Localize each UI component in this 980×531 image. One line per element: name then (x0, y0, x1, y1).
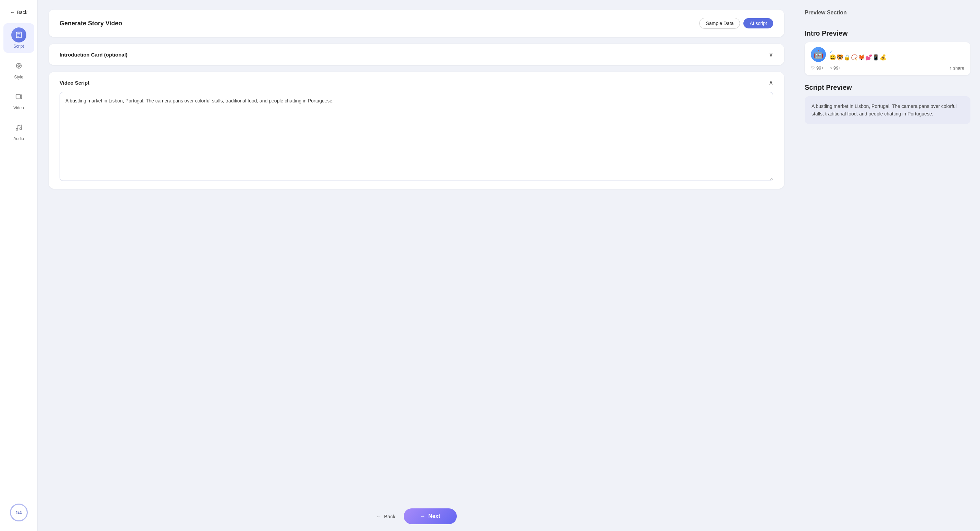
share-icon: ↑ (950, 65, 952, 70)
chevron-up-icon: ∧ (769, 79, 773, 86)
sidebar-nav: Script Style (0, 23, 37, 145)
intro-preview-title: Intro Preview (805, 29, 970, 37)
sidebar-item-video-label: Video (13, 105, 24, 110)
style-icon-circle (11, 58, 26, 73)
progress-badge: 1/4 (10, 504, 28, 521)
user-info: ✔ 😀🐯🔒📿🦊💕📱💰 (829, 49, 887, 61)
header-card: Generate Story Video Sample Data AI scri… (49, 10, 784, 37)
share-button[interactable]: ↑ share (950, 65, 964, 70)
video-script-title: Video Script (60, 80, 89, 86)
sidebar-item-style[interactable]: Style (3, 54, 34, 84)
intro-section-title: Introduction Card (optional) (60, 52, 127, 57)
script-preview-card: A bustling market in Lisbon, Portugal. T… (805, 96, 970, 124)
script-header: Video Script ∧ (60, 79, 773, 86)
heart-icon: ♡ (811, 65, 815, 70)
nav-back-arrow-icon: ← (376, 513, 381, 519)
card-header: Generate Story Video Sample Data AI scri… (60, 18, 773, 29)
script-preview-title: Script Preview (805, 84, 970, 91)
audio-icon-circle (11, 120, 26, 135)
back-arrow-icon: ← (10, 10, 15, 15)
preview-actions: ♡ 99+ ○ 99+ ↑ share (811, 65, 964, 70)
sidebar-item-script[interactable]: Script (3, 23, 34, 53)
verified-badge-icon: ✔ (829, 49, 833, 54)
sidebar: ← Back Script (0, 0, 38, 531)
sample-data-button[interactable]: Sample Data (699, 18, 740, 29)
intro-preview-section: Intro Preview 🤖 ✔ 😀🐯🔒📿🦊💕📱💰 ♡ 99+ (805, 29, 970, 75)
intro-card: Introduction Card (optional) ∨ (49, 44, 784, 65)
back-label: Back (17, 10, 27, 15)
comment-icon: ○ (829, 65, 832, 70)
script-icon-circle (11, 27, 26, 43)
preview-user-row: 🤖 ✔ 😀🐯🔒📿🦊💕📱💰 (811, 47, 964, 62)
svg-point-12 (19, 128, 22, 130)
nav-next-label: Next (428, 513, 440, 519)
likes-action: ♡ 99+ (811, 65, 824, 70)
intro-section-header[interactable]: Introduction Card (optional) ∨ (60, 51, 773, 58)
intro-preview-card: 🤖 ✔ 😀🐯🔒📿🦊💕📱💰 ♡ 99+ ○ 99+ (805, 42, 970, 75)
avatar: 🤖 (811, 47, 826, 62)
video-script-textarea[interactable] (60, 92, 773, 181)
sidebar-item-video[interactable]: Video (3, 85, 34, 115)
likes-count: 99+ (816, 65, 824, 70)
nav-back-button[interactable]: ← Back (376, 513, 395, 519)
svg-point-11 (16, 129, 18, 131)
right-panel: Preview Section Intro Preview 🤖 ✔ 😀🐯🔒📿🦊💕… (795, 0, 980, 531)
comments-action: ○ 99+ (829, 65, 841, 70)
video-icon-circle (11, 89, 26, 104)
nav-back-label: Back (384, 513, 395, 519)
script-preview-text: A bustling market in Lisbon, Portugal. T… (811, 104, 957, 116)
svg-point-5 (18, 65, 20, 67)
video-script-card: Video Script ∧ (49, 72, 784, 189)
svg-rect-10 (16, 94, 20, 99)
main-content: Generate Story Video Sample Data AI scri… (38, 0, 795, 531)
main-inner: Generate Story Video Sample Data AI scri… (38, 0, 795, 502)
emoji-row: 😀🐯🔒📿🦊💕📱💰 (829, 54, 887, 61)
share-label: share (953, 65, 964, 70)
chevron-down-icon: ∨ (769, 51, 773, 58)
preview-section-title: Preview Section (805, 10, 970, 16)
bottom-nav: ← Back → Next (38, 502, 795, 531)
header-actions: Sample Data AI script (699, 18, 773, 29)
sidebar-item-style-label: Style (14, 75, 23, 80)
back-button[interactable]: ← Back (0, 7, 37, 18)
script-preview-section: Script Preview A bustling market in Lisb… (805, 84, 970, 124)
sidebar-item-script-label: Script (13, 44, 24, 49)
sidebar-item-audio[interactable]: Audio (3, 116, 34, 145)
nav-next-arrow-icon: → (420, 513, 426, 519)
progress-text: 1/4 (16, 510, 22, 515)
generate-title: Generate Story Video (60, 20, 122, 27)
avatar-image: 🤖 (811, 47, 826, 62)
verified-row: ✔ (829, 49, 887, 54)
nav-next-button[interactable]: → Next (404, 509, 457, 524)
sidebar-item-audio-label: Audio (13, 136, 24, 141)
comments-count: 99+ (834, 65, 841, 70)
ai-script-button[interactable]: AI script (743, 18, 773, 29)
